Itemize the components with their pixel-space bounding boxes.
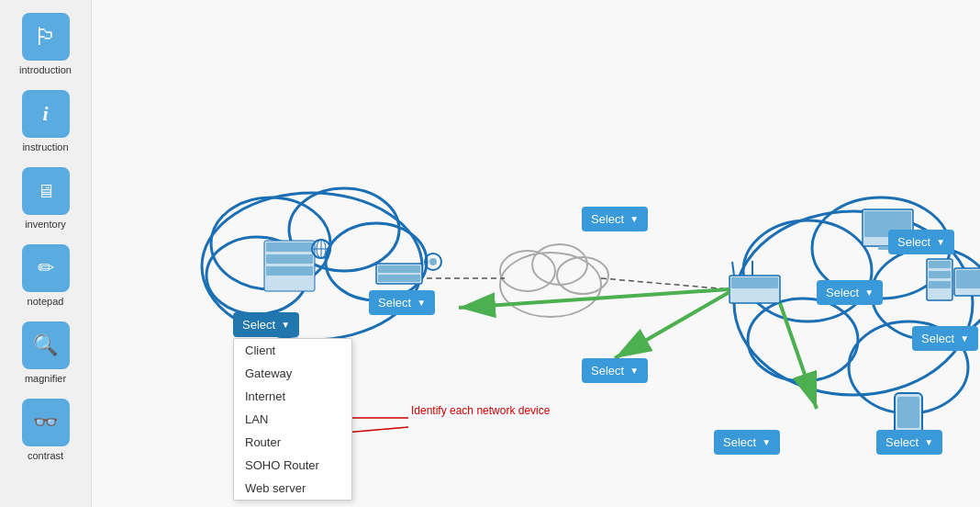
svg-line-49 [780, 303, 817, 409]
select-btn-7[interactable]: Select ▼ [912, 326, 978, 351]
svg-rect-20 [266, 266, 313, 276]
svg-point-14 [557, 257, 608, 294]
svg-rect-37 [927, 259, 952, 300]
svg-point-29 [429, 258, 437, 265]
svg-point-13 [532, 244, 587, 285]
sidebar-item-contrast[interactable]: 👓 contrast [5, 393, 87, 467]
dropdown-item-internet[interactable]: Internet [234, 385, 351, 408]
svg-rect-39 [929, 271, 951, 278]
dropdown-item-soho[interactable]: SOHO Router [234, 454, 351, 477]
select-btn-3[interactable]: Select ▼ [369, 290, 435, 315]
introduction-icon: 🏳 [22, 13, 70, 61]
select-btn-9[interactable]: Select ▼ [876, 430, 942, 455]
svg-rect-30 [729, 276, 780, 303]
svg-point-11 [500, 253, 601, 317]
sidebar-item-introduction[interactable]: 🏳 introduction [5, 7, 87, 81]
sidebar-label-magnifier: magnifier [25, 373, 66, 384]
sidebar-label-inventory: inventory [25, 219, 66, 230]
select-btn-8[interactable]: Select ▼ [714, 430, 780, 455]
svg-point-24 [317, 240, 326, 258]
svg-rect-27 [378, 275, 420, 282]
annotation-text: Identify each network device [411, 404, 550, 417]
main-content: Select ▼ Select ▼ Select ▼ Select ▼ Sele… [92, 0, 980, 507]
select-btn-4[interactable]: Select ▼ [233, 312, 299, 337]
sidebar-item-notepad[interactable]: ✏ notepad [5, 239, 87, 312]
sidebar: 🏳 introduction i instruction 🖥 inventory… [0, 0, 92, 507]
dropdown-item-webserver[interactable]: Web server [234, 477, 351, 500]
svg-rect-18 [266, 242, 313, 252]
select-btn-6[interactable]: Select ▼ [888, 230, 954, 254]
diagram-svg [92, 0, 980, 507]
sidebar-label-introduction: introduction [19, 64, 72, 75]
svg-rect-42 [956, 270, 980, 288]
sidebar-item-inventory[interactable]: 🖥 inventory [5, 162, 87, 235]
svg-point-28 [425, 254, 441, 270]
svg-point-4 [206, 237, 307, 314]
svg-rect-41 [954, 268, 980, 296]
sidebar-item-instruction[interactable]: i instruction [5, 84, 87, 158]
svg-point-2 [289, 188, 399, 271]
svg-rect-40 [929, 281, 951, 288]
sidebar-label-contrast: contrast [28, 450, 63, 461]
svg-point-9 [748, 299, 858, 381]
svg-line-47 [459, 289, 729, 308]
svg-rect-17 [264, 241, 315, 291]
svg-rect-19 [266, 254, 313, 264]
svg-rect-31 [731, 277, 778, 288]
svg-line-16 [601, 278, 729, 289]
dropdown-menu: Client Gateway Internet LAN Router SOHO … [233, 338, 352, 501]
select-btn-2[interactable]: Select ▼ [582, 358, 648, 383]
inventory-icon: 🖥 [22, 167, 70, 215]
sidebar-label-notepad: notepad [28, 296, 64, 307]
svg-rect-44 [897, 397, 919, 428]
select-btn-1[interactable]: Select ▼ [582, 207, 648, 231]
svg-point-1 [211, 197, 330, 289]
instruction-icon: i [22, 90, 70, 138]
dropdown-item-gateway[interactable]: Gateway [234, 362, 351, 385]
svg-point-21 [312, 240, 330, 258]
sidebar-label-instruction: instruction [22, 141, 68, 152]
contrast-icon: 👓 [22, 399, 70, 446]
dropdown-item-lan[interactable]: LAN [234, 408, 351, 431]
svg-point-3 [326, 223, 427, 300]
svg-point-12 [500, 251, 555, 291]
svg-rect-26 [378, 265, 420, 273]
svg-point-6 [743, 220, 872, 321]
notepad-icon: ✏ [22, 244, 70, 292]
magnifier-icon: 🔍 [22, 321, 70, 369]
dropdown-item-client[interactable]: Client [234, 339, 351, 362]
svg-rect-38 [929, 261, 951, 268]
select-btn-5[interactable]: Select ▼ [817, 280, 883, 305]
svg-rect-25 [376, 264, 422, 284]
svg-line-32 [732, 262, 734, 276]
svg-line-48 [615, 292, 729, 358]
dropdown-item-router[interactable]: Router [234, 431, 351, 454]
sidebar-item-magnifier[interactable]: 🔍 magnifier [5, 316, 87, 389]
